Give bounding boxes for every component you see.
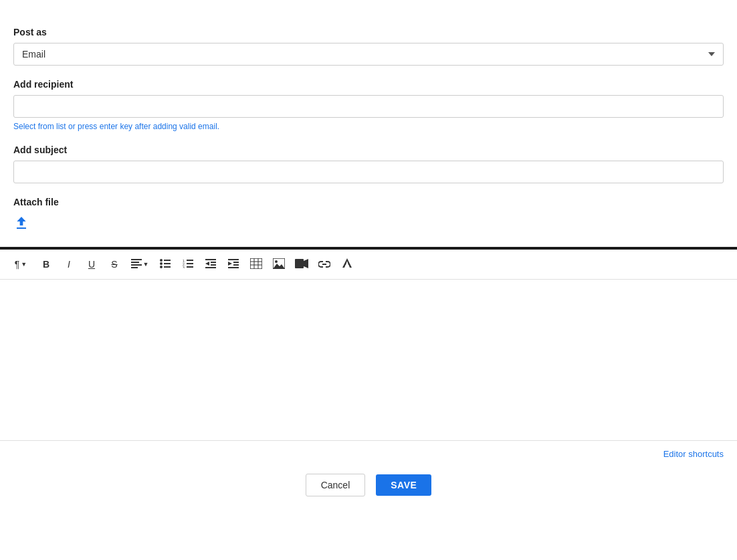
footer-right: Editor shortcuts [663, 449, 724, 459]
svg-rect-19 [211, 264, 216, 266]
bullet-list-icon [160, 259, 171, 270]
add-subject-input[interactable] [13, 161, 724, 183]
svg-point-4 [160, 259, 163, 262]
italic-button[interactable]: I [59, 255, 79, 274]
svg-rect-34 [295, 259, 304, 268]
svg-rect-5 [164, 260, 171, 261]
editor-content-area[interactable] [0, 280, 737, 434]
post-as-select[interactable]: Email Internal Note [13, 43, 724, 66]
link-icon [318, 259, 330, 270]
svg-point-8 [160, 266, 163, 268]
ordered-list-icon: 1. 2. 3. [183, 259, 193, 270]
footer-area: Editor shortcuts [0, 441, 737, 467]
indent-increase-icon [228, 259, 239, 270]
svg-marker-33 [273, 264, 285, 269]
align-icon [131, 259, 142, 270]
insert-link-button[interactable] [314, 255, 334, 274]
svg-rect-2 [131, 264, 142, 266]
svg-rect-13 [187, 263, 193, 264]
svg-rect-0 [131, 259, 142, 260]
svg-point-32 [275, 260, 278, 263]
insert-table-button[interactable] [246, 255, 266, 274]
strikethrough-button[interactable]: S [104, 255, 124, 274]
underline-button[interactable]: U [82, 255, 102, 274]
add-recipient-input[interactable] [13, 95, 724, 118]
svg-rect-21 [228, 259, 239, 260]
align-dropdown-arrow: ▼ [143, 261, 149, 268]
indent-decrease-button[interactable] [201, 255, 221, 274]
recipient-hint: Select from list or press enter key afte… [13, 122, 724, 131]
add-subject-label: Add subject [13, 145, 724, 155]
svg-point-6 [160, 262, 163, 265]
bold-icon: B [43, 259, 49, 270]
svg-marker-35 [304, 259, 308, 268]
svg-rect-18 [211, 262, 216, 263]
indent-decrease-icon [205, 259, 216, 270]
svg-marker-17 [205, 262, 209, 266]
paragraph-button[interactable]: ¶ ▼ [8, 255, 33, 274]
cancel-button[interactable]: Cancel [306, 474, 366, 496]
paragraph-dropdown-arrow: ▼ [21, 261, 27, 268]
add-recipient-label: Add recipient [13, 79, 724, 90]
svg-rect-16 [205, 259, 216, 260]
svg-rect-15 [187, 266, 193, 268]
editor-toolbar: ¶ ▼ B I U S ▼ [0, 250, 737, 280]
paragraph-icon: ¶ [15, 259, 20, 270]
editor-shortcuts-link[interactable]: Editor shortcuts [663, 449, 724, 459]
ordered-list-button[interactable]: 1. 2. 3. [178, 255, 198, 274]
svg-rect-7 [164, 263, 171, 264]
svg-rect-11 [187, 260, 193, 261]
svg-rect-23 [233, 262, 239, 263]
attach-file-label: Attach file [13, 197, 724, 207]
post-as-label: Post as [13, 27, 724, 37]
svg-marker-22 [228, 262, 232, 266]
bullet-list-button[interactable] [155, 255, 175, 274]
text-color-button[interactable] [337, 255, 357, 274]
svg-rect-26 [250, 258, 262, 269]
underline-icon: U [88, 259, 95, 270]
strikethrough-icon: S [111, 259, 117, 270]
video-icon [295, 259, 308, 270]
svg-rect-25 [228, 267, 239, 268]
footer-buttons: Cancel SAVE [0, 467, 737, 510]
indent-increase-button[interactable] [223, 255, 243, 274]
text-color-icon [342, 258, 352, 271]
svg-rect-3 [131, 267, 138, 268]
image-icon [273, 258, 285, 271]
insert-video-button[interactable] [292, 255, 312, 274]
align-button[interactable]: ▼ [127, 255, 152, 274]
table-icon [250, 258, 262, 271]
italic-icon: I [68, 259, 70, 270]
bold-button[interactable]: B [36, 255, 56, 274]
svg-text:3.: 3. [183, 266, 185, 268]
save-button[interactable]: SAVE [376, 474, 431, 496]
svg-rect-1 [131, 262, 139, 263]
attach-file-button[interactable] [13, 215, 29, 231]
insert-image-button[interactable] [269, 255, 289, 274]
svg-rect-20 [205, 267, 216, 268]
svg-rect-9 [164, 266, 171, 268]
svg-rect-24 [233, 264, 239, 266]
